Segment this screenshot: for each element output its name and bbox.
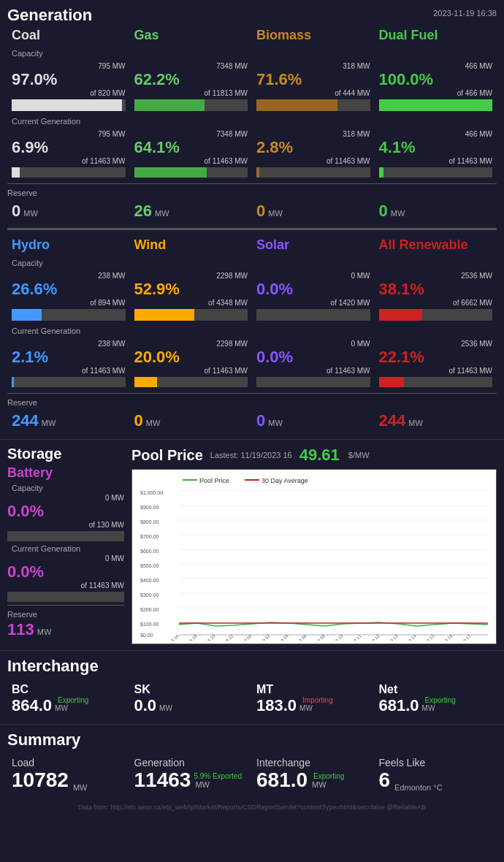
svg-text:11/19 08: 11/19 08 xyxy=(310,633,326,641)
summary-gen-label: Generation xyxy=(134,757,248,768)
net-col: Net 681.0 Exporting MW xyxy=(375,680,497,718)
svg-text:11/19 02: 11/19 02 xyxy=(256,633,271,641)
solar-reserve: 0 MW xyxy=(252,408,375,433)
summary-title: Summary xyxy=(7,731,497,750)
battery-curgen-label: Current Generation xyxy=(12,544,124,553)
wind-curgen-of: of 11463 MW xyxy=(134,367,248,375)
net-status: Exporting xyxy=(425,696,456,704)
solar-curgen: 0 MW 0.0% of 11463 MW xyxy=(252,337,375,390)
biomass-curgen-bar-fill xyxy=(256,167,259,178)
allrenewable-cap-bar-fill xyxy=(379,309,422,321)
allrenewable-cap-bar xyxy=(379,309,493,321)
solar-curgen-of: of 11463 MW xyxy=(256,367,370,375)
biomass-cap-mw: 318 MW xyxy=(256,62,370,70)
mt-status: Importing xyxy=(302,696,333,704)
svg-text:$700.00: $700.00 xyxy=(140,534,159,539)
coal-curgen-bar-fill xyxy=(12,167,20,178)
mt-val: 183.0 xyxy=(256,696,297,715)
dualfuel-label: Dual Fuel xyxy=(379,28,493,43)
allrenewable-reserve-val: 244 xyxy=(379,411,406,430)
summary-feellike-val: 6 xyxy=(379,768,391,792)
wind-curgen: 2298 MW 20.0% of 11463 MW xyxy=(130,337,253,390)
coal-reserve: 0 MW xyxy=(7,199,130,224)
generation-title: Generation xyxy=(7,6,92,25)
svg-text:11/19 12: 11/19 12 xyxy=(365,633,381,641)
df-cap-bar-fill xyxy=(379,99,493,111)
battery-cap-pct: 0.0% xyxy=(7,502,44,521)
capacity-label-1: Capacity xyxy=(12,49,497,58)
df-cap-bar xyxy=(379,99,493,111)
allrenewable-label: All Renewable xyxy=(379,237,493,253)
biomass-cap-bar xyxy=(256,99,370,111)
interchange-section: Interchange BC 864.0 Exporting MW SK 0.0… xyxy=(0,651,504,725)
svg-text:$0.00: $0.00 xyxy=(140,633,153,638)
svg-text:11/18 20: 11/18 20 xyxy=(201,633,216,641)
svg-text:11/19 10: 11/19 10 xyxy=(329,633,344,641)
wind-cap-pct: 52.9% xyxy=(134,280,180,299)
bc-status: Exporting xyxy=(58,696,88,704)
df-curgen-bar xyxy=(379,167,493,178)
curgen-label-1: Current Generation xyxy=(12,117,497,126)
wind-cap-of: of 4348 MW xyxy=(134,299,248,307)
hydro-capacity: 238 MW 26.6% of 894 MW xyxy=(7,269,130,324)
wind-reserve-mw: MW xyxy=(146,419,161,427)
hydro-curgen-of: of 11463 MW xyxy=(12,367,126,375)
renewable-labels-row: Hydro Wind Solar All Renewable xyxy=(7,234,497,256)
allrenewable-reserve: 244 MW xyxy=(375,408,497,433)
svg-text:11/19 14: 11/19 14 xyxy=(402,633,417,641)
gas-curgen: 7348 MW 64.1% of 11463 MW xyxy=(130,127,253,180)
reserve-label-1: Reserve xyxy=(7,188,497,197)
sk-mw: MW xyxy=(159,704,172,712)
df-reserve-val: 0 xyxy=(379,202,388,221)
reserve-row-1: 0 MW 26 MW 0 MW 0 MW xyxy=(7,199,497,224)
battery-curgen-bar xyxy=(7,592,124,602)
hydro-curgen-bar xyxy=(12,377,126,387)
biomass-curgen-pct: 2.8% xyxy=(256,138,293,157)
biomass-cap-of: of 444 MW xyxy=(256,89,370,97)
battery-divider xyxy=(7,605,124,606)
bc-col: BC 864.0 Exporting MW xyxy=(7,680,130,718)
pool-price-col: Pool Price Lastest: 11/19/2023 16 49.61 … xyxy=(131,446,497,644)
allrenewable-curgen-bar xyxy=(379,377,493,387)
svg-text:11/19 00: 11/19 00 xyxy=(237,633,253,641)
coal-capacity: 795 MW 97.0% of 820 MW xyxy=(7,59,130,114)
coal-curgen-of: of 11463 MW xyxy=(12,157,126,165)
generation-section: Generation 2023-11-19 16:38 Coal Gas Bio… xyxy=(0,0,504,440)
biomass-curgen-mw: 318 MW xyxy=(256,130,370,138)
hydro-curgen: 238 MW 2.1% of 11463 MW xyxy=(7,337,130,390)
coal-cap-pct: 97.0% xyxy=(12,70,57,89)
bc-val: 864.0 xyxy=(12,696,52,715)
hydro-curgen-pct: 2.1% xyxy=(12,348,48,367)
df-curgen-pct: 4.1% xyxy=(379,138,416,157)
svg-text:11/18 22: 11/18 22 xyxy=(219,633,234,641)
coal-curgen-mw: 795 MW xyxy=(12,130,126,138)
summary-interchange-mw: MW xyxy=(312,780,344,789)
allrenewable-curgen-bar-fill xyxy=(379,377,404,387)
bc-label: BC xyxy=(12,683,126,696)
gas-cap-pct: 62.2% xyxy=(134,70,180,89)
df-curgen-of: of 11463 MW xyxy=(379,157,493,165)
svg-text:11/19 15: 11/19 15 xyxy=(420,633,435,641)
summary-interchange-val: 681.0 xyxy=(256,768,308,792)
gas-capacity: 7348 MW 62.2% of 11813 MW xyxy=(130,59,253,114)
summary-feellike-label: Feels Like xyxy=(379,757,493,768)
svg-text:11/19 17: 11/19 17 xyxy=(457,633,472,641)
allrenewable-curgen-pct: 22.1% xyxy=(379,348,424,367)
svg-text:11/18 18: 11/18 18 xyxy=(183,633,198,641)
mt-mw: MW xyxy=(299,704,313,712)
gas-cap-of: of 11813 MW xyxy=(134,89,248,97)
biomass-curgen-bar xyxy=(256,167,370,178)
summary-gen: Generation 11463 5.9% Exported MW xyxy=(130,754,253,795)
svg-text:$1,000.00: $1,000.00 xyxy=(140,490,163,495)
solar-cap-of: of 1420 MW xyxy=(256,299,370,307)
svg-text:$200.00: $200.00 xyxy=(140,607,159,612)
allrenewable-cap-of: of 6662 MW xyxy=(379,299,493,307)
mt-col: MT 183.0 Importing MW xyxy=(252,680,375,718)
bc-mw: MW xyxy=(55,704,68,712)
storage-poolprice-section: Storage Battery Capacity 0 MW 0.0% of 13… xyxy=(0,440,504,651)
wind-cap-bar xyxy=(134,309,248,321)
svg-text:11/19 04: 11/19 04 xyxy=(274,633,289,641)
hydro-cap-pct: 26.6% xyxy=(12,280,57,299)
timestamp: 2023-11-19 16:38 xyxy=(433,9,497,25)
gas-label: Gas xyxy=(134,28,248,43)
